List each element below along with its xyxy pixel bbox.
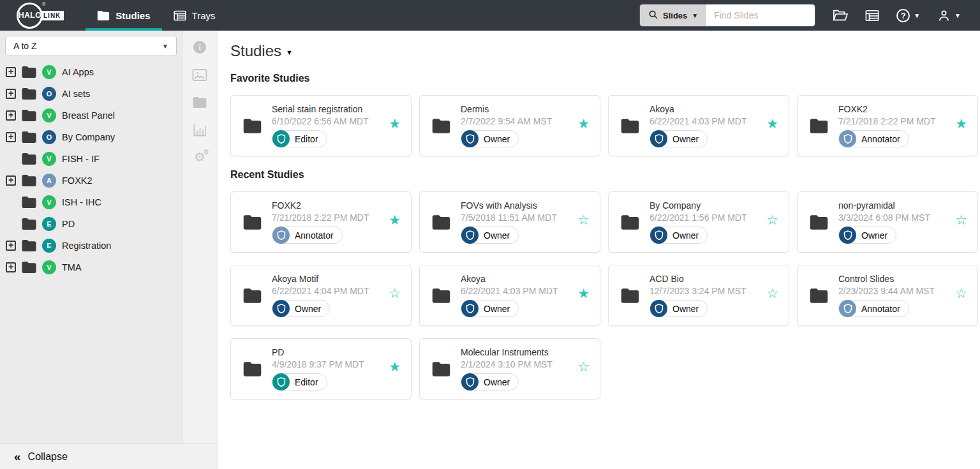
tree-item[interactable]: + V FISH - IF <box>0 148 182 170</box>
role-badge: Owner <box>650 300 708 317</box>
study-card-info: Serial stain registration 6/10/2022 6:56… <box>272 104 369 147</box>
study-card[interactable]: Dermis 2/7/2022 9:54 AM MST Owner ★ <box>419 95 600 156</box>
expand-plus-icon[interactable]: + <box>6 262 16 272</box>
favorite-star-icon[interactable]: ☆ <box>955 287 967 300</box>
shield-icon <box>277 134 286 144</box>
open-folder-icon[interactable] <box>833 9 848 22</box>
study-card[interactable]: Akoya Motif 6/22/2021 4:04 PM MDT Owner … <box>230 265 412 326</box>
study-card[interactable]: Akoya 6/22/2021 4:03 PM MDT Owner ★ <box>608 95 789 156</box>
permission-badge: O <box>42 87 56 101</box>
study-title: Molecular Instruments <box>461 347 553 357</box>
study-title: Akoya <box>461 274 558 284</box>
trays-panel-icon[interactable] <box>865 10 879 22</box>
tab-trays[interactable]: Trays <box>162 0 227 31</box>
favorite-star-icon[interactable]: ★ <box>389 117 401 130</box>
role-label: Owner <box>484 230 510 241</box>
tree-item-label: Registration <box>62 241 111 251</box>
expand-slot: + <box>4 262 18 272</box>
tree-item-label: ISH - IHC <box>62 197 101 207</box>
page-title-dropdown[interactable]: Studies ▼ <box>230 42 980 60</box>
folder-icon <box>431 361 451 377</box>
expand-slot: + <box>4 67 18 77</box>
favorite-star-icon[interactable]: ☆ <box>766 287 778 300</box>
study-card-info: FOVs with Analysis 7/5/2018 11:51 AM MDT… <box>461 200 557 244</box>
folder-icon <box>21 87 37 100</box>
role-badge-circle <box>272 130 290 147</box>
study-card[interactable]: Serial stain registration 6/10/2022 6:56… <box>230 95 412 156</box>
study-card[interactable]: non-pyramidal 3/3/2024 6:08 PM MST Owner… <box>797 191 978 253</box>
tree-item[interactable]: + O AI sets <box>0 83 182 105</box>
study-title: Akoya Motif <box>272 274 369 284</box>
study-title: Control Slides <box>838 274 935 284</box>
expand-plus-icon[interactable]: + <box>6 175 16 186</box>
folder-icon[interactable] <box>192 94 207 110</box>
study-card[interactable]: FOXK2 7/21/2018 2:22 PM MDT Annotator ★ <box>797 95 978 156</box>
favorite-star-icon[interactable]: ☆ <box>577 360 590 373</box>
favorite-star-icon[interactable]: ☆ <box>766 213 778 227</box>
study-card[interactable]: FOVs with Analysis 7/5/2018 11:51 AM MDT… <box>419 191 600 253</box>
tree-item[interactable]: + E PD <box>0 213 182 235</box>
expand-slot: + <box>4 175 18 186</box>
tab-studies[interactable]: Studies <box>85 0 161 31</box>
halo-link-logo[interactable]: HALO ® LINK <box>17 3 64 29</box>
expand-plus-icon[interactable]: + <box>6 89 16 99</box>
role-badge-circle <box>461 130 479 147</box>
tree-item[interactable]: + V ISH - IHC <box>0 191 182 213</box>
favorite-star-icon[interactable]: ☆ <box>955 213 967 227</box>
favorite-star-icon[interactable]: ★ <box>389 213 401 227</box>
info-icon[interactable]: i <box>192 40 207 55</box>
tree-item-label: FOXK2 <box>62 175 93 186</box>
study-card[interactable]: Akoya 6/22/2021 4:03 PM MDT Owner ★ <box>419 265 600 326</box>
favorite-star-icon[interactable]: ★ <box>766 117 778 130</box>
role-badge: Owner <box>461 373 519 391</box>
favorite-star-icon[interactable]: ★ <box>955 117 967 130</box>
study-card-info: Akoya 6/22/2021 4:03 PM MDT Owner <box>650 104 747 147</box>
expand-plus-icon[interactable]: + <box>6 67 16 77</box>
favorite-star-icon[interactable]: ★ <box>389 360 401 373</box>
favorite-star-icon[interactable]: ★ <box>577 287 590 300</box>
expand-plus-icon[interactable]: + <box>6 110 16 121</box>
favorite-star-icon[interactable]: ☆ <box>389 287 401 300</box>
image-icon[interactable] <box>192 67 207 82</box>
shield-icon <box>843 304 852 313</box>
help-icon: ? <box>896 9 910 22</box>
folder-icon <box>809 118 829 134</box>
tree-item[interactable]: + O By Company <box>0 126 182 148</box>
shield-icon <box>277 377 286 387</box>
help-menu[interactable]: ? ▼ <box>896 9 920 22</box>
collapse-sidebar-button[interactable]: « Collapse <box>0 443 217 469</box>
folder-tree: + V AI Apps + O AI sets + V Breast Panel… <box>0 61 182 278</box>
sort-order-select[interactable]: A to Z ▼ <box>5 36 177 56</box>
expand-plus-icon[interactable]: + <box>6 241 16 251</box>
favorite-studies-heading: Favorite Studies <box>230 73 980 84</box>
study-card[interactable]: ACD Bio 12/7/2023 3:24 PM MST Owner ☆ <box>608 265 789 326</box>
tree-item[interactable]: + V TMA <box>0 257 182 278</box>
expand-slot: + <box>4 89 18 99</box>
tree-item[interactable]: + V AI Apps <box>0 61 182 83</box>
study-card-info: Akoya 6/22/2021 4:03 PM MDT Owner <box>461 274 558 317</box>
favorite-star-icon[interactable]: ★ <box>577 117 590 130</box>
role-badge-circle <box>839 227 856 244</box>
user-menu[interactable]: ▼ <box>937 9 961 22</box>
study-card[interactable]: Control Slides 2/23/2023 9:44 AM MST Ann… <box>797 265 978 326</box>
expand-plus-icon[interactable]: + <box>6 132 16 142</box>
favorite-star-icon[interactable]: ☆ <box>577 213 590 227</box>
folder-icon <box>21 131 37 144</box>
tree-item[interactable]: + A FOXK2 <box>0 170 182 191</box>
search-scope-dropdown[interactable]: Slides ▼ <box>640 4 706 26</box>
shield-icon <box>466 304 475 313</box>
study-card[interactable]: PD 4/9/2018 9:37 PM MDT Editor ★ <box>230 338 412 399</box>
permission-badge: V <box>42 65 56 79</box>
study-card[interactable]: Molecular Instruments 2/1/2024 3:10 PM M… <box>419 338 600 399</box>
search-input[interactable] <box>706 4 815 26</box>
gears-icon[interactable]: ⚙⚙ <box>192 149 207 165</box>
study-card[interactable]: By Company 6/22/2021 1:56 PM MDT Owner ☆ <box>608 191 789 253</box>
study-title: Serial stain registration <box>272 104 369 114</box>
halo-logo-circle: HALO <box>17 3 43 29</box>
study-card-info: FOXK2 7/21/2018 2:22 PM MDT Annotator <box>272 200 369 244</box>
collapse-label: Collapse <box>28 451 68 463</box>
study-card[interactable]: FOXK2 7/21/2018 2:22 PM MDT Annotator ★ <box>230 191 412 253</box>
tree-item[interactable]: + V Breast Panel <box>0 105 182 126</box>
tree-item[interactable]: + E Registration <box>0 235 182 257</box>
chart-icon[interactable] <box>192 122 207 137</box>
